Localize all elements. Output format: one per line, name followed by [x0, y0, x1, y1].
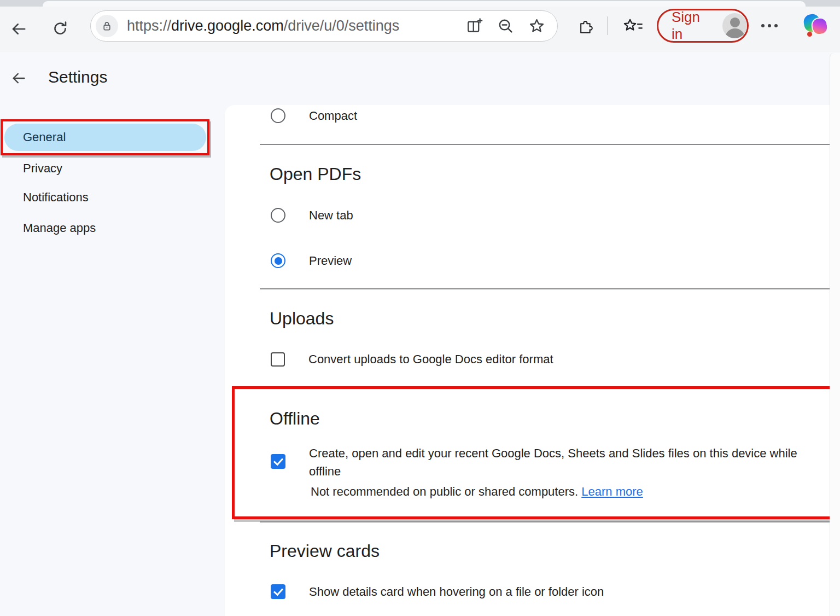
sign-in-button[interactable]: Sign in — [657, 9, 749, 43]
url-scheme: https:// — [127, 18, 171, 34]
url-path: /drive/u/0/settings — [284, 18, 400, 34]
open-pdfs-newtab-row: New tab — [271, 208, 353, 223]
extensions-puzzle-icon — [578, 19, 595, 36]
preview-radio[interactable] — [271, 253, 285, 268]
show-details-row: Show details card when hovering on a fil… — [271, 584, 604, 599]
tab-strip — [0, 0, 840, 7]
offline-note: Not recommended on public or shared comp… — [311, 485, 643, 499]
open-pdfs-preview-row: Preview — [271, 253, 352, 268]
browser-menu-button[interactable] — [761, 23, 783, 28]
profile-avatar-icon — [722, 13, 747, 38]
section-divider — [260, 288, 830, 289]
page-title: Settings — [48, 68, 107, 86]
compact-radio[interactable] — [271, 108, 285, 123]
offline-note-text: Not recommended on public or shared comp… — [311, 485, 578, 498]
lock-icon — [101, 20, 113, 32]
uploads-heading: Uploads — [270, 309, 334, 329]
copilot-icon[interactable] — [803, 12, 829, 38]
offline-sync-checkbox[interactable] — [271, 454, 285, 469]
preview-label[interactable]: Preview — [309, 254, 352, 268]
new-tab-radio[interactable] — [271, 208, 285, 223]
sign-in-label: Sign in — [672, 9, 715, 43]
preview-cards-heading: Preview cards — [270, 541, 380, 561]
refresh-icon[interactable] — [50, 19, 70, 37]
section-divider — [260, 521, 830, 522]
extensions-button[interactable] — [576, 18, 596, 36]
sidebar-item-privacy[interactable]: Privacy — [23, 161, 62, 176]
back-icon[interactable] — [9, 20, 28, 38]
sidebar-item-general[interactable]: General — [4, 124, 206, 151]
sidebar-item-label: General — [23, 130, 66, 144]
density-compact-row: Compact — [271, 108, 357, 123]
address-bar-actions — [466, 18, 557, 34]
copilot-dot — [807, 32, 812, 37]
convert-uploads-row: Convert uploads to Google Docs editor fo… — [271, 352, 553, 367]
compact-label[interactable]: Compact — [309, 109, 357, 123]
url-text[interactable]: https://drive.google.com/drive/u/0/setti… — [127, 18, 466, 34]
zoom-out-icon[interactable] — [497, 18, 514, 34]
offline-sync-label[interactable]: Create, open and edit your recent Google… — [309, 444, 823, 480]
settings-header: Settings — [0, 52, 840, 105]
site-security-badge[interactable] — [96, 15, 118, 37]
drive-settings-page: Settings General Privacy Notifications M… — [0, 52, 840, 616]
active-tab[interactable] — [43, 1, 806, 7]
copilot-lobe-right — [810, 16, 829, 37]
sidebar-item-notifications[interactable]: Notifications — [23, 190, 89, 205]
offline-heading: Offline — [270, 409, 320, 429]
split-screen-icon[interactable] — [466, 18, 483, 34]
browser-toolbar: https://drive.google.com/drive/u/0/setti… — [0, 0, 840, 52]
favorites-hub-icon — [623, 18, 644, 36]
settings-content: Compact Open PDFs New tab Preview Upload… — [225, 105, 830, 616]
section-divider — [260, 144, 830, 145]
settings-back-arrow-icon — [10, 71, 27, 86]
back-arrow-icon — [9, 21, 28, 37]
favorite-star-icon[interactable] — [528, 18, 545, 34]
refresh-arrow-icon — [52, 20, 68, 36]
show-details-label[interactable]: Show details card when hovering on a fil… — [309, 585, 604, 599]
settings-back-button[interactable] — [9, 68, 28, 88]
browser-window: https://drive.google.com/drive/u/0/setti… — [0, 0, 840, 616]
offline-sync-row: Create, open and edit your recent Google… — [271, 444, 823, 480]
favorites-hub-button[interactable] — [622, 18, 644, 36]
convert-uploads-label[interactable]: Convert uploads to Google Docs editor fo… — [308, 352, 553, 367]
toolbar-divider — [607, 16, 608, 35]
page-scrollbar[interactable] — [830, 53, 840, 616]
address-bar[interactable]: https://drive.google.com/drive/u/0/setti… — [90, 10, 558, 42]
new-tab-label[interactable]: New tab — [309, 208, 353, 223]
show-details-checkbox[interactable] — [271, 584, 285, 599]
open-pdfs-heading: Open PDFs — [270, 164, 361, 184]
learn-more-link[interactable]: Learn more — [581, 485, 643, 498]
convert-uploads-checkbox[interactable] — [271, 352, 285, 367]
url-domain: drive.google.com — [171, 18, 284, 34]
sidebar-item-manage-apps[interactable]: Manage apps — [23, 221, 96, 235]
